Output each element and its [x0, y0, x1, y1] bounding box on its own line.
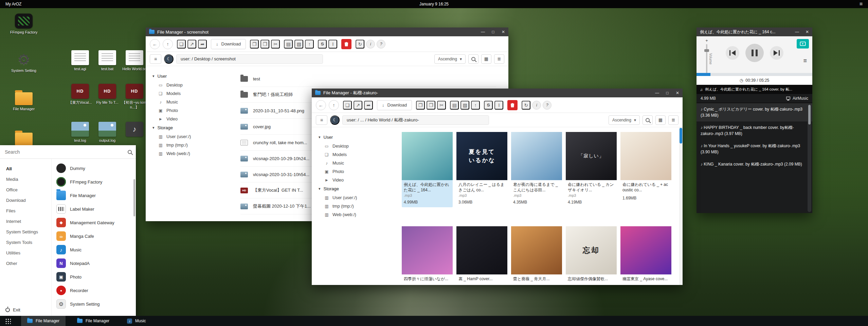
- dark-mode-toggle[interactable]: ☾: [330, 115, 340, 125]
- file-card[interactable]: 「寂しい」 命に嫌われている _ カンザキイオリ... .mp3 4.19MB: [566, 132, 617, 207]
- sidebar-item[interactable]: ► Video: [152, 115, 229, 123]
- sidebar-item[interactable]: ▥ Web (web:/): [152, 149, 229, 158]
- scrollbar-thumb[interactable]: [680, 128, 682, 143]
- app-list-item[interactable]: FFmpeg Factory: [52, 175, 136, 189]
- close-button[interactable]: ✕: [672, 89, 683, 97]
- open-button[interactable]: ❏: [343, 101, 352, 110]
- sidebar-section-storage[interactable]: ▾ Storage: [152, 123, 229, 132]
- category-item[interactable]: Media: [0, 174, 51, 185]
- new-file-button[interactable]: ▤: [284, 40, 293, 49]
- up-button[interactable]: ↑: [329, 100, 339, 110]
- sidebar-item[interactable]: ▥ tmp (tmp:/): [319, 202, 395, 210]
- sidebar-toggle-button[interactable]: ≡: [150, 54, 161, 64]
- file-card[interactable]: 命に嫌われている _ + acoustic co... 1.69MB: [620, 132, 671, 207]
- close-button[interactable]: ✕: [498, 27, 508, 36]
- rename-button[interactable]: I: [328, 40, 337, 49]
- volume-up-icon[interactable]: +: [705, 38, 708, 43]
- desktop-icon[interactable]: test.agi: [67, 50, 94, 72]
- help-button[interactable]: ?: [377, 40, 385, 49]
- pause-button[interactable]: [745, 44, 764, 62]
- sidebar-item[interactable]: ▭ Desktop: [319, 142, 395, 150]
- app-list-item[interactable]: Dummy: [52, 161, 136, 175]
- app-list-item[interactable]: NotepadA: [52, 256, 136, 270]
- help-button[interactable]: ?: [543, 101, 551, 110]
- search-input[interactable]: [4, 149, 125, 155]
- file-card[interactable]: 君が夜の海に還るまで _ こんにちは谷田... .mp3 4.35MB: [511, 132, 562, 207]
- category-item[interactable]: All: [0, 164, 51, 174]
- grid-view-button[interactable]: ▦: [655, 115, 666, 125]
- file-card[interactable]: 忘却 忘却値傑作偶像賛歌...: [566, 226, 617, 282]
- app-list-item[interactable]: Management Gateway: [52, 216, 136, 229]
- taskbar-item[interactable]: Music: [121, 316, 152, 326]
- desktop-icon[interactable]: 【東方Vocal...: [67, 84, 94, 110]
- open-button[interactable]: ❏: [177, 40, 186, 49]
- back-button[interactable]: ←: [150, 39, 160, 49]
- share-button[interactable]: ➦: [364, 101, 373, 110]
- desktop-icon[interactable]: 【初音~yu kimin...】: [121, 84, 148, 110]
- system-menu-icon[interactable]: ≡: [860, 1, 863, 7]
- rename-button[interactable]: I: [494, 101, 503, 110]
- file-row[interactable]: test: [240, 71, 496, 87]
- category-item[interactable]: System Settings: [0, 227, 51, 237]
- sidebar-item[interactable]: ▣ Photo: [319, 167, 395, 176]
- titlebar[interactable]: File Manager - 柘榴-zakuro- — □ ✕: [312, 89, 683, 97]
- app-list-item[interactable]: Recorder: [52, 284, 136, 297]
- sidebar-item[interactable]: ▥ User (user:/): [319, 193, 395, 202]
- share-button[interactable]: ➦: [198, 40, 207, 49]
- sidebar-item[interactable]: ♪ Music: [152, 98, 229, 106]
- info-button[interactable]: i: [366, 40, 375, 49]
- open-in-new-button[interactable]: ↗: [187, 40, 196, 49]
- search-button[interactable]: [643, 115, 653, 125]
- app-list-item[interactable]: Music: [52, 243, 136, 256]
- desktop-icon[interactable]: File Manager: [6, 92, 41, 131]
- new-file-button[interactable]: ▤: [450, 101, 459, 110]
- maximize-button[interactable]: □: [488, 27, 498, 36]
- file-card[interactable]: 例えば、今此処に置かれた花に _ 164... .mp3 4.99MB: [402, 132, 453, 207]
- open-in-new-button[interactable]: ↗: [354, 101, 362, 110]
- cast-button[interactable]: [797, 39, 809, 49]
- maximize-button[interactable]: □: [662, 89, 672, 97]
- sidebar-item[interactable]: ❑ Models: [152, 89, 229, 98]
- titlebar[interactable]: File Manager - screenshot — □ ✕: [146, 27, 508, 36]
- zip-button[interactable]: S: [318, 40, 327, 49]
- app-list-scrollbar[interactable]: [133, 179, 135, 216]
- back-button[interactable]: ←: [316, 100, 326, 110]
- upload-button[interactable]: ↑: [305, 40, 314, 49]
- copy-button[interactable]: ❒: [260, 40, 269, 49]
- sort-dropdown[interactable]: Ascending ▾: [609, 115, 640, 125]
- refresh-button[interactable]: ↻: [522, 101, 530, 110]
- download-button[interactable]: ↓ Download: [377, 100, 412, 110]
- player-menu-icon[interactable]: ≡: [803, 57, 807, 64]
- dark-mode-toggle[interactable]: ☾: [164, 54, 174, 64]
- search-button[interactable]: [468, 54, 478, 64]
- volume-handle[interactable]: [704, 49, 709, 52]
- file-card[interactable]: 裏 _ HamP cover...: [456, 226, 507, 282]
- up-button[interactable]: ↑: [163, 39, 173, 49]
- sidebar-item[interactable]: ▥ User (user:/): [152, 132, 229, 141]
- app-grid-button[interactable]: [0, 316, 16, 326]
- desktop-icon[interactable]: test.bat: [94, 50, 121, 72]
- category-item[interactable]: Download: [0, 195, 51, 206]
- sidebar-item[interactable]: ▭ Desktop: [152, 81, 229, 89]
- minimize-button[interactable]: —: [792, 27, 802, 36]
- new-folder-button[interactable]: ▧: [294, 40, 303, 49]
- info-button[interactable]: i: [532, 101, 541, 110]
- titlebar[interactable]: 例えば、今此処に置かれた花に _ 164 c... — ✕: [697, 27, 812, 36]
- app-list-item[interactable]: System Setting: [52, 297, 136, 311]
- sidebar-item[interactable]: ❑ Models: [319, 150, 395, 159]
- desktop-icon[interactable]: FFmpeg Factory: [6, 14, 41, 52]
- paste-button[interactable]: ❐: [250, 40, 259, 49]
- category-item[interactable]: Files: [0, 206, 51, 216]
- zip-button[interactable]: S: [484, 101, 493, 110]
- desktop-icon[interactable]: Fly Me To T...: [94, 84, 121, 110]
- grid-view-button[interactable]: ▦: [481, 54, 491, 64]
- sidebar-section-user[interactable]: ▾ User: [152, 72, 229, 81]
- next-track-button[interactable]: [770, 46, 783, 60]
- sidebar-item[interactable]: ▣ Photo: [152, 106, 229, 115]
- delete-button[interactable]: [507, 100, 518, 110]
- category-item[interactable]: System Tools: [0, 237, 51, 248]
- volume-track[interactable]: [706, 44, 707, 77]
- refresh-button[interactable]: ↻: [356, 40, 364, 49]
- copy-button[interactable]: ❒: [427, 101, 435, 110]
- cut-button[interactable]: ✂: [271, 40, 280, 49]
